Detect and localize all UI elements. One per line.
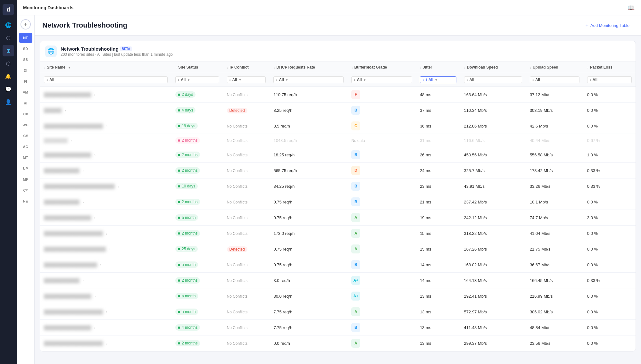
col-site-name[interactable]: ↕Site Name ▼ — [40, 62, 171, 73]
nav-table-icon[interactable]: ⊞ — [3, 45, 14, 56]
nav-user-icon[interactable]: 👤 — [3, 96, 14, 108]
sidebar-tab-SD[interactable]: SD — [19, 44, 32, 54]
expand-icon[interactable]: › — [106, 124, 107, 128]
sidebar-tab-NT[interactable]: NT — [19, 33, 32, 43]
status-badge: 10 days — [175, 183, 198, 189]
sidebar-tab-UP[interactable]: UP — [19, 163, 32, 174]
sidebar-tab-AC[interactable]: AC — [19, 142, 32, 152]
sidebar-tab-RI[interactable]: RI — [19, 98, 32, 108]
filter-upload-speed[interactable]: ↕ All — [526, 73, 583, 87]
filter-dhcp-rate[interactable]: ↕ All ▼ — [270, 73, 347, 87]
table-row: ████████████ › 2 months No Conflicts 0.7… — [40, 194, 636, 210]
cell-site-name: ████████████████████ › — [40, 335, 171, 351]
expand-icon[interactable]: › — [82, 168, 84, 173]
cell-jitter: 13 ms — [416, 304, 460, 320]
sidebar-tab-C2[interactable]: C# — [19, 131, 32, 141]
panel-info: Network Troubleshooting BETA 200 monitor… — [61, 46, 173, 57]
table-row: ████████████████████ › 2 months No Confl… — [40, 335, 636, 351]
nav-globe-icon[interactable]: 🌐 — [3, 19, 14, 31]
cell-ip-conflict: Detected — [223, 103, 270, 118]
expand-icon[interactable]: › — [82, 200, 84, 204]
expand-icon[interactable]: › — [71, 138, 72, 143]
sidebar-tab-MT[interactable]: MT — [19, 153, 32, 163]
col-download-speed[interactable]: ↕Download Speed — [460, 62, 526, 73]
cell-download-speed: 43.91 Mb/s — [460, 178, 526, 194]
ip-conflict-none: No Conflicts — [227, 278, 248, 283]
col-dhcp-rate[interactable]: ↕DHCP Requests Rate — [270, 62, 347, 73]
expand-icon[interactable]: › — [94, 325, 96, 330]
cell-download-speed: 453.56 Mb/s — [460, 147, 526, 163]
cell-site-name: █████████████████████ › — [40, 241, 171, 257]
sidebar-tab-C3[interactable]: C# — [19, 185, 32, 195]
col-site-status[interactable]: ↕Site Status — [171, 62, 223, 73]
sidebar-tab-NE[interactable]: NE — [19, 196, 32, 206]
grade-badge: A+ — [351, 276, 360, 285]
cell-site-status: 2 months — [171, 335, 223, 351]
sidebar-tab-MF[interactable]: MF — [19, 174, 32, 185]
add-monitoring-table-button[interactable]: + Add Monitoring Table — [582, 21, 633, 30]
cell-download-speed: 167.26 Mb/s — [460, 241, 526, 257]
expand-icon[interactable]: › — [94, 153, 96, 157]
grade-badge: B — [351, 150, 360, 159]
cell-upload-speed: 216.99 Mb/s — [526, 288, 583, 304]
cell-bufferbloat: B — [347, 194, 416, 210]
grade-badge: C — [351, 121, 360, 130]
cell-download-speed: 572.97 Mb/s — [460, 304, 526, 320]
nav-support-icon[interactable]: 💬 — [3, 83, 14, 95]
nav-bell-icon[interactable]: 🔔 — [3, 70, 14, 82]
ip-conflict-none: No Conflicts — [227, 124, 248, 128]
add-tab-button[interactable]: + — [21, 19, 31, 29]
col-packet-loss[interactable]: ↕Packet Loss — [583, 62, 636, 73]
cell-bufferbloat: B — [347, 147, 416, 163]
ip-conflict-none: No Conflicts — [227, 184, 248, 189]
nav-network-icon[interactable]: ⬡ — [3, 58, 14, 69]
col-upload-speed[interactable]: ↕Upload Speed — [526, 62, 583, 73]
book-icon[interactable]: 📖 — [628, 4, 635, 11]
sidebar-tab-C1[interactable]: C# — [19, 109, 32, 119]
cell-dhcp-rate: 0.75 req/h — [270, 210, 347, 226]
col-ip-conflict[interactable]: ↕IP Conflict — [223, 62, 270, 73]
expand-icon[interactable]: › — [94, 215, 96, 220]
cell-bufferbloat: No data — [347, 134, 416, 147]
expand-icon[interactable]: › — [82, 278, 84, 283]
expand-icon[interactable]: › — [106, 310, 107, 314]
expand-icon[interactable]: › — [118, 184, 119, 189]
col-jitter[interactable]: ↕Jitter — [416, 62, 460, 73]
filter-jitter[interactable]: ↕ 1 All ▼ — [416, 73, 460, 87]
cell-bufferbloat: F — [347, 87, 416, 103]
sidebar-tab-FI[interactable]: FI — [19, 76, 32, 87]
sidebar-tab-DI[interactable]: DI — [19, 65, 32, 76]
cell-packet-loss: 3.0 % — [583, 210, 636, 226]
expand-icon[interactable]: › — [94, 294, 96, 299]
filter-packet-loss[interactable]: ↕ All — [583, 73, 636, 87]
filter-ip-conflict[interactable]: ↕ All ▼ — [223, 73, 270, 87]
cell-download-speed: 110.34 Mb/s — [460, 103, 526, 118]
cell-site-name: ████████████████ › — [40, 210, 171, 226]
filter-download-speed[interactable]: ↕ All — [460, 73, 526, 87]
sidebar-tab-SS[interactable]: SS — [19, 54, 32, 65]
nav-layers-icon[interactable]: ⬡ — [3, 32, 14, 44]
cell-ip-conflict: No Conflicts — [223, 178, 270, 194]
cell-packet-loss: 0.0 % — [583, 288, 636, 304]
filter-site-status[interactable]: ↕ All ▼ — [171, 73, 223, 87]
filter-site-name[interactable]: ↕ All — [40, 73, 171, 87]
ip-conflict-none: No Conflicts — [227, 263, 248, 267]
grade-badge: A — [351, 307, 360, 316]
expand-icon[interactable]: › — [94, 92, 96, 97]
sidebar-tab-WC[interactable]: WC — [19, 120, 32, 130]
expand-icon[interactable]: › — [106, 231, 107, 236]
cell-dhcp-rate: 565.75 req/h — [270, 163, 347, 178]
expand-icon[interactable]: › — [65, 108, 66, 113]
expand-icon[interactable]: › — [109, 247, 110, 252]
col-bufferbloat[interactable]: ↕Bufferbloat Grade — [347, 62, 416, 73]
expand-icon[interactable]: › — [106, 341, 107, 346]
expand-icon[interactable]: › — [100, 262, 101, 267]
table-wrapper: ↕Site Name ▼ ↕Site Status ↕IP Conflict ↕… — [40, 62, 636, 351]
cell-dhcp-rate: 7.75 req/h — [270, 304, 347, 320]
ip-conflict-none: No Conflicts — [227, 93, 248, 97]
filter-bufferbloat[interactable]: ↕ All ▼ — [347, 73, 416, 87]
cell-dhcp-rate: 34.25 req/h — [270, 178, 347, 194]
sidebar-tab-VM[interactable]: VM — [19, 87, 32, 97]
table-row: ████████████████ › 4 months No Conflicts… — [40, 320, 636, 335]
cell-ip-conflict: No Conflicts — [223, 118, 270, 134]
